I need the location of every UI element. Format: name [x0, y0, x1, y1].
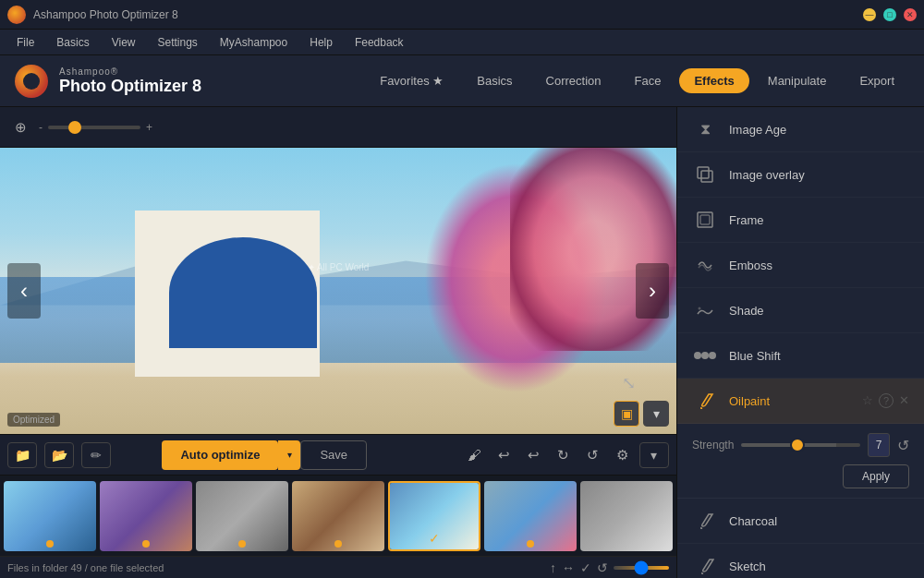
minimize-button[interactable]: — [863, 8, 876, 21]
save-button[interactable]: Save [300, 440, 367, 470]
effect-label: Sketch [729, 560, 766, 573]
app-logo-small [7, 6, 26, 24]
svg-rect-2 [698, 212, 712, 227]
tab-face[interactable]: Face [620, 68, 676, 93]
menu-feedback[interactable]: Feedback [346, 33, 413, 52]
charcoal-icon [692, 508, 718, 534]
auto-optimize-dropdown[interactable]: ▾ [278, 440, 300, 470]
zoom-min-label: - [39, 121, 43, 134]
more-button[interactable]: ▾ [639, 442, 669, 468]
rotate-ccw-button[interactable]: ↺ [580, 442, 606, 468]
effect-label: Emboss [729, 259, 772, 272]
effect-item-image-overlay[interactable]: Image overlay [677, 152, 924, 198]
app-name-line2: Photo Optimizer 8 [59, 77, 201, 96]
zoom-slider[interactable] [48, 126, 140, 129]
filmstrip-item[interactable] [4, 481, 96, 551]
zoom-pan-button[interactable]: ⊕ [7, 114, 33, 140]
filmstrip-size-slider[interactable] [614, 566, 669, 570]
paint-tool-button[interactable]: 🖌 [462, 442, 488, 468]
effect-item-oilpaint[interactable]: Oilpaint ☆ ? ✕ [677, 379, 924, 424]
view-single-button[interactable]: ▣ [614, 401, 639, 427]
effect-item-image-age[interactable]: ⧗ Image Age [677, 107, 924, 152]
menu-help[interactable]: Help [300, 33, 342, 52]
view-options-button[interactable]: ▾ [643, 401, 669, 427]
edit-button[interactable]: ✏ [81, 442, 111, 468]
view-icons: ▣ ▾ [614, 401, 669, 427]
film-indicator [46, 540, 54, 548]
reset-button[interactable]: ↺ [897, 437, 909, 454]
app-logo [15, 65, 48, 98]
frame-icon [692, 207, 718, 233]
effect-item-blue-shift[interactable]: Blue Shift [677, 333, 924, 379]
maximize-button[interactable]: □ [883, 8, 896, 21]
viewer-toolbar: ⊕ - + [0, 107, 676, 148]
zoom-control: ⊕ - + [7, 114, 152, 140]
svg-point-7 [709, 352, 716, 359]
sort-lr-button[interactable]: ↔ [562, 560, 575, 575]
tab-favorites[interactable]: Favorites ★ [365, 68, 458, 93]
filmstrip-item[interactable] [580, 481, 673, 551]
new-folder-button[interactable]: 📁 [7, 442, 37, 468]
titlebar-title: Ashampoo Photo Optimizer 8 [33, 8, 178, 21]
filmstrip-bottom: Files in folder 49 / one file selected ↑… [0, 556, 676, 578]
scene-flowers2 [510, 148, 676, 351]
expand-icon[interactable]: ⤡ [622, 373, 636, 393]
oilpaint-icon [692, 388, 718, 414]
rotate-cw-button[interactable]: ↻ [551, 442, 577, 468]
image-age-icon: ⧗ [692, 116, 718, 142]
filmstrip-item[interactable] [196, 481, 288, 551]
undo2-button[interactable]: ↩ [521, 442, 547, 468]
app-brand: Ashampoo® Photo Optimizer 8 [15, 65, 201, 98]
open-file-button[interactable]: 📂 [44, 442, 74, 468]
auto-optimize-button[interactable]: Auto optimize [162, 440, 278, 470]
watermark: ✦ All PC World [308, 262, 370, 272]
titlebar-controls: — □ ✕ [863, 8, 917, 21]
menu-view[interactable]: View [103, 33, 145, 52]
svg-rect-1 [701, 171, 712, 182]
oilpaint-help-icon[interactable]: ? [879, 393, 894, 408]
tab-basics[interactable]: Basics [462, 68, 527, 93]
filmstrip-item[interactable] [292, 481, 384, 551]
close-button[interactable]: ✕ [904, 8, 917, 21]
effect-item-charcoal[interactable]: Charcoal [677, 499, 924, 544]
effect-label: Oilpaint [729, 394, 770, 408]
toolbar-right: 🖌 ↩ ↩ ↻ ↺ ⚙ ▾ [462, 442, 669, 468]
apply-button[interactable]: Apply [843, 464, 909, 488]
image-overlay-icon [692, 162, 718, 187]
viewer-image: ✦ All PC World [0, 148, 676, 434]
tab-export[interactable]: Export [845, 68, 909, 93]
menu-settings[interactable]: Settings [148, 33, 206, 52]
sort-up-button[interactable]: ↑ [550, 560, 556, 575]
undo-button[interactable]: ↩ [492, 442, 517, 468]
tab-manipulate[interactable]: Manipulate [753, 68, 842, 93]
filmstrip-item[interactable] [100, 481, 192, 551]
svg-point-4 [699, 307, 701, 310]
sketch-icon [692, 553, 718, 578]
strength-slider[interactable] [741, 443, 860, 447]
next-image-button[interactable]: › [636, 263, 669, 319]
menu-file[interactable]: File [7, 33, 43, 52]
app-name: Ashampoo® Photo Optimizer 8 [59, 66, 201, 96]
viewer-panel: ⊕ - + ✦ All PC World ‹ › O [0, 107, 676, 578]
film-indicator [142, 540, 150, 548]
filmstrip: ✓ [0, 475, 676, 556]
effect-item-frame[interactable]: Frame [677, 198, 924, 243]
check-button[interactable]: ✓ [580, 560, 591, 575]
strength-row: Strength 7 ↺ [692, 433, 909, 457]
effect-item-sketch[interactable]: Sketch [677, 544, 924, 578]
oilpaint-fav-icon[interactable]: ☆ [862, 393, 873, 408]
prev-image-button[interactable]: ‹ [7, 263, 41, 319]
effect-item-emboss[interactable]: Emboss [677, 243, 924, 288]
oilpaint-close-icon[interactable]: ✕ [899, 393, 909, 408]
tab-effects[interactable]: Effects [679, 68, 748, 93]
tab-correction[interactable]: Correction [531, 68, 616, 93]
menu-myashampoo[interactable]: MyAshampoo [211, 33, 297, 52]
settings-tool-button[interactable]: ⚙ [610, 442, 636, 468]
refresh-button[interactable]: ↺ [597, 560, 608, 575]
menu-basics[interactable]: Basics [47, 33, 98, 52]
filmstrip-item[interactable] [484, 481, 577, 551]
effect-label: Frame [729, 213, 764, 227]
effect-item-shade[interactable]: Shade [677, 288, 924, 333]
filmstrip-item-selected[interactable]: ✓ [388, 481, 480, 551]
effect-label: Blue Shift [729, 349, 781, 363]
